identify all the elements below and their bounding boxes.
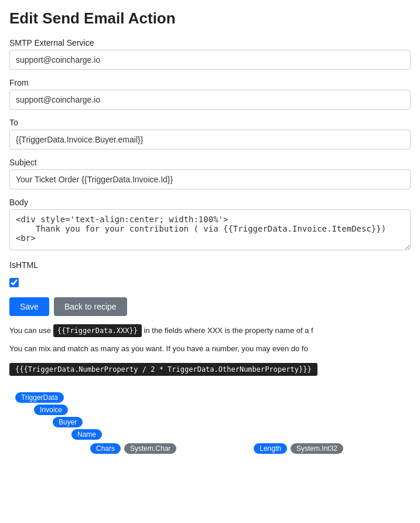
subject-field-group: Subject: [9, 158, 411, 189]
from-field-group: From: [9, 78, 411, 110]
formula-code-block: {{{TriggerData.NumberProperty / 2 * Trig…: [9, 363, 317, 376]
help-line1-post: in the fields where XXX is the property …: [142, 326, 313, 335]
tree-node-name: Name: [71, 429, 411, 440]
tree-badge-chars[interactable]: Chars: [90, 443, 121, 454]
to-input[interactable]: [9, 130, 411, 150]
tree-badge-buyer[interactable]: Buyer: [53, 417, 83, 427]
tree-badge-name[interactable]: Name: [71, 429, 102, 440]
to-field-group: To: [9, 118, 411, 150]
to-label: To: [9, 118, 411, 127]
tree-badge-length[interactable]: Length: [254, 443, 287, 454]
help-line2: You can mix and match as many as you wan…: [9, 343, 411, 355]
back-to-recipe-button[interactable]: Back to recipe: [54, 297, 127, 316]
save-button[interactable]: Save: [9, 297, 49, 316]
smtp-label: SMTP External Service: [9, 38, 411, 47]
tree-badge-invoice[interactable]: Invoice: [34, 405, 68, 415]
tree-badge-system-char[interactable]: System.Char: [124, 443, 176, 454]
smtp-input[interactable]: [9, 50, 411, 70]
ishtml-row: IsHTML: [9, 260, 411, 270]
smtp-field-group: SMTP External Service: [9, 38, 411, 70]
from-label: From: [9, 78, 411, 87]
tree-badge-triggerdata[interactable]: TriggerData: [15, 392, 64, 403]
help-line1: You can use {{TriggerData.XXX}} in the f…: [9, 324, 411, 337]
tree-node-length: Length System.Int32: [254, 443, 343, 454]
page-title: Edit Send Email Action: [9, 9, 411, 28]
from-input[interactable]: [9, 90, 411, 110]
tree-section: TriggerData Invoice Buyer Name Chars Sys…: [9, 392, 411, 456]
help-line1-pre: You can use: [9, 326, 53, 335]
ishtml-checkbox[interactable]: [9, 278, 19, 287]
trigger-data-badge: {{TriggerData.XXX}}: [53, 324, 142, 337]
tree-node-buyer: Buyer: [53, 417, 411, 427]
tree-node-chars: Chars System.Char: [90, 443, 176, 454]
tree-node-triggerdata: TriggerData: [15, 392, 411, 403]
tree-badge-system-int32[interactable]: System.Int32: [291, 443, 343, 454]
subject-label: Subject: [9, 158, 411, 167]
button-row: Save Back to recipe: [9, 297, 411, 316]
help-line2-text: You can mix and match as many as you wan…: [9, 344, 308, 353]
tree-node-invoice: Invoice: [34, 405, 411, 415]
ishtml-label: IsHTML: [9, 260, 38, 270]
body-textarea[interactable]: [9, 209, 411, 250]
subject-input[interactable]: [9, 169, 411, 189]
body-label: Body: [9, 198, 411, 207]
body-field-group: Body: [9, 198, 411, 252]
